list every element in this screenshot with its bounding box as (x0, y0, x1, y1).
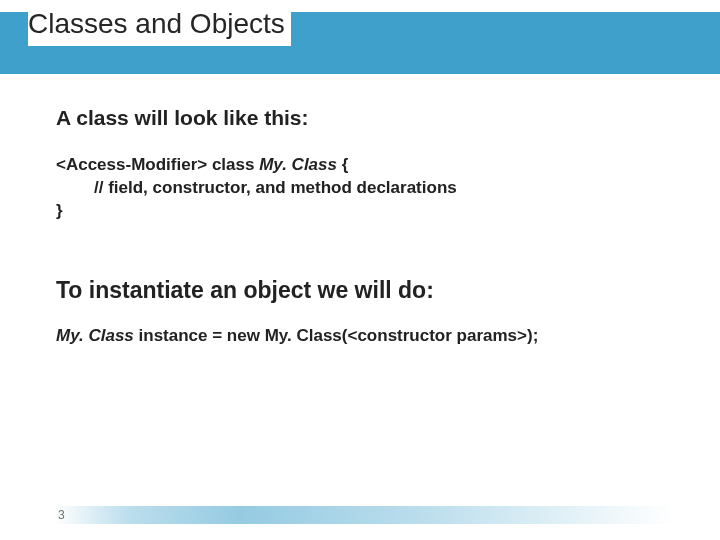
code-line-2: // field, constructor, and method declar… (56, 177, 680, 200)
code-comment: // field, constructor, and method declar… (56, 177, 457, 200)
code-line-3: } (56, 200, 680, 223)
instantiate-class-name: My. Class (56, 326, 134, 345)
instantiate-code: My. Class instance = new My. Class(<cons… (56, 326, 680, 346)
slide-title: Classes and Objects (28, 8, 291, 46)
instantiate-heading: To instantiate an object we will do: (56, 277, 680, 304)
title-bar: Classes and Objects (0, 12, 720, 74)
code-open-brace: { (337, 155, 348, 174)
instantiate-rest: instance = new My. Class(<constructor pa… (134, 326, 539, 345)
intro-text: A class will look like this: (56, 106, 680, 130)
slide-content: A class will look like this: <Access-Mod… (56, 106, 680, 346)
slide: Classes and Objects A class will look li… (0, 0, 720, 540)
code-line-1: <Access-Modifier> class My. Class { (56, 154, 680, 177)
code-class-name: My. Class (259, 155, 337, 174)
footer-gradient-bar (54, 506, 674, 524)
page-number: 3 (58, 508, 65, 522)
code-access-modifier: <Access-Modifier> class (56, 155, 259, 174)
class-template-code: <Access-Modifier> class My. Class { // f… (56, 154, 680, 223)
